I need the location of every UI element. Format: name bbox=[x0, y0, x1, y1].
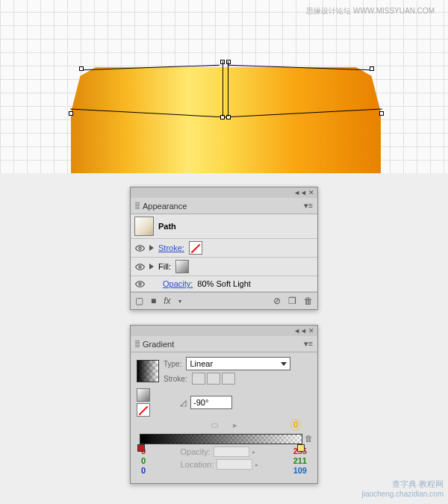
grip-icon bbox=[135, 202, 140, 210]
aspect-stepper: ▸ bbox=[233, 420, 237, 430]
panel-menu-icon[interactable]: ▾≡ bbox=[304, 201, 313, 211]
grip-icon bbox=[135, 340, 140, 348]
gradient-stop-right[interactable] bbox=[297, 444, 305, 452]
midpoint-indicator: 0 bbox=[290, 419, 301, 431]
panel-menu-icon[interactable]: ▾≡ bbox=[304, 339, 313, 349]
fx-chevron-icon[interactable]: ▾ bbox=[178, 298, 181, 305]
panel-header-controls: ◄◄ ✕ bbox=[131, 326, 317, 336]
stroke-target-swatch[interactable] bbox=[137, 403, 150, 417]
rgb-b: 109 bbox=[293, 466, 307, 476]
collapse-icon[interactable]: ◄◄ bbox=[293, 189, 307, 196]
chevron-down-icon bbox=[281, 362, 287, 366]
expand-icon[interactable] bbox=[149, 245, 154, 251]
svg-point-1 bbox=[138, 265, 140, 267]
watermark-bottom: 查字典 教程网 jiaocheng.chazidian.com bbox=[361, 479, 444, 500]
trash-icon[interactable]: 🗑 bbox=[305, 434, 313, 443]
stroke-row[interactable]: Stroke: bbox=[131, 239, 317, 258]
anchor-point[interactable] bbox=[69, 111, 73, 116]
opacity-row[interactable]: Opacity: 80% Soft Light bbox=[131, 276, 317, 292]
opacity-input[interactable] bbox=[214, 447, 249, 457]
location-input[interactable] bbox=[217, 459, 252, 470]
clear-icon[interactable]: ⊘ bbox=[273, 296, 281, 306]
fill-label: Fill: bbox=[158, 262, 171, 271]
watermark-line1: 查字典 教程网 bbox=[361, 479, 444, 489]
anchor-point[interactable] bbox=[379, 111, 384, 116]
panel-footer: ▢ ■ fx ▾ ⊘ ❐ 🗑 bbox=[131, 292, 317, 309]
appearance-panel: ◄◄ ✕ Appearance ▾≡ Path Stroke: Fill: bbox=[130, 187, 318, 310]
anchor-point[interactable] bbox=[79, 66, 84, 71]
type-select[interactable]: Linear bbox=[186, 357, 290, 370]
stroke-label: Stroke: bbox=[164, 375, 187, 383]
aspect-icon: ⬭ bbox=[211, 420, 218, 430]
new-stroke-icon[interactable]: ▢ bbox=[135, 296, 143, 306]
rgb-g: 211 bbox=[293, 456, 307, 466]
gradient-slider[interactable] bbox=[140, 434, 302, 444]
visibility-icon[interactable] bbox=[134, 243, 145, 253]
watermark-top: 思缘设计论坛 WWW.MISSYUAN.COM bbox=[306, 6, 435, 16]
trash-icon[interactable]: 🗑 bbox=[304, 296, 313, 306]
watermark-line2: jiaocheng.chazidian.com bbox=[361, 489, 444, 500]
stroke-link[interactable]: Stroke: bbox=[158, 243, 184, 252]
collapse-icon[interactable]: ◄◄ bbox=[293, 327, 307, 335]
panel-title: Gradient bbox=[143, 340, 174, 349]
fill-row[interactable]: Fill: bbox=[131, 258, 317, 276]
panel-tab[interactable]: Appearance ▾≡ bbox=[131, 198, 317, 214]
path-row: Path bbox=[131, 214, 317, 239]
svg-point-2 bbox=[138, 282, 140, 284]
type-value: Linear bbox=[190, 359, 213, 368]
stroke-swatch-none[interactable] bbox=[189, 241, 202, 255]
angle-icon: ◿ bbox=[180, 398, 186, 408]
rgb-b: 0 bbox=[141, 466, 146, 476]
location-label: Location: bbox=[181, 460, 214, 469]
angle-input[interactable]: -90° bbox=[190, 396, 232, 409]
path-thumbnail bbox=[134, 217, 154, 236]
opacity-label: Opacity: bbox=[181, 447, 211, 456]
svg-point-0 bbox=[138, 246, 140, 249]
close-icon[interactable]: ✕ bbox=[308, 327, 314, 335]
gradient-preview-swatch[interactable] bbox=[137, 360, 159, 382]
gradient-panel: ◄◄ ✕ Gradient ▾≡ Type: Linear bbox=[130, 325, 318, 484]
visibility-icon[interactable] bbox=[134, 261, 145, 272]
fill-swatch[interactable] bbox=[175, 260, 189, 273]
fx-button[interactable]: fx bbox=[164, 296, 170, 306]
rgb-g: 0 bbox=[141, 456, 146, 466]
type-label: Type: bbox=[164, 360, 181, 368]
center-guide bbox=[223, 61, 228, 116]
panel-area: ◄◄ ✕ Appearance ▾≡ Path Stroke: Fill: bbox=[0, 173, 448, 504]
panel-title: Appearance bbox=[143, 202, 187, 211]
opacity-link[interactable]: Opacity: bbox=[163, 279, 193, 288]
expand-icon[interactable] bbox=[149, 264, 154, 270]
angle-value: -90° bbox=[193, 398, 208, 407]
gradient-stop-left[interactable] bbox=[137, 444, 145, 452]
close-icon[interactable]: ✕ bbox=[308, 189, 314, 196]
new-fill-icon[interactable]: ■ bbox=[151, 296, 156, 306]
panel-tab[interactable]: Gradient ▾≡ bbox=[131, 336, 317, 352]
anchor-point[interactable] bbox=[370, 66, 374, 71]
panel-header-controls: ◄◄ ✕ bbox=[131, 187, 317, 198]
duplicate-icon[interactable]: ❐ bbox=[288, 296, 296, 306]
stop-fields: Opacity:▸ Location:▸ bbox=[181, 447, 259, 476]
stroke-gradient-buttons[interactable] bbox=[192, 373, 235, 385]
fill-target-swatch[interactable] bbox=[137, 388, 150, 402]
visibility-icon[interactable] bbox=[134, 279, 145, 289]
path-label: Path bbox=[158, 222, 176, 231]
artboard-canvas[interactable]: 思缘设计论坛 WWW.MISSYUAN.COM bbox=[0, 0, 448, 173]
opacity-value: 80% Soft Light bbox=[197, 279, 251, 288]
